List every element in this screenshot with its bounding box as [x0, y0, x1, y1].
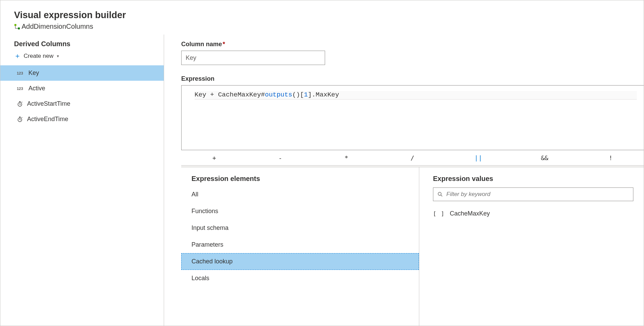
column-name-input[interactable] [181, 51, 325, 65]
derived-columns-list: 123Key123ActiveActiveStartTimeActiveEndT… [0, 65, 164, 127]
chevron-down-icon: ▾ [57, 54, 59, 58]
timer-icon [17, 116, 23, 122]
filter-input-wrapper[interactable] [433, 187, 633, 201]
svg-rect-5 [19, 101, 21, 102]
expression-element-item[interactable]: All [181, 186, 419, 203]
breadcrumb: AddDimensionColumns [14, 23, 630, 30]
derived-column-item[interactable]: 123Key [0, 65, 164, 81]
svg-rect-10 [19, 117, 21, 117]
expression-editor[interactable]: Key + CacheMaxKey#outputs()[1].MaxKey [181, 85, 644, 150]
expression-element-item[interactable]: Parameters [181, 236, 419, 253]
derived-column-label: ActiveStartTime [27, 100, 70, 107]
derived-column-item[interactable]: ActiveStartTime [0, 96, 164, 112]
derived-column-label: ActiveEndTime [27, 116, 68, 123]
expression-element-item[interactable]: Locals [181, 270, 419, 287]
operator-toolbar: +-*/||&&! [181, 150, 644, 165]
required-indicator: * [223, 41, 225, 48]
plus-icon: ＋ [14, 51, 21, 61]
svg-line-4 [20, 104, 21, 105]
derived-column-label: Active [28, 85, 45, 92]
operator-button[interactable]: && [511, 154, 578, 161]
expression-value-label: CacheMaxKey [450, 210, 490, 217]
expression-values-list: [ ]CacheMaxKey [433, 210, 633, 217]
operator-button[interactable]: / [380, 154, 446, 161]
expression-values-panel: Expression values [ ]CacheMaxKey [419, 167, 644, 326]
expression-value-item[interactable]: [ ]CacheMaxKey [433, 210, 633, 217]
filter-input[interactable] [446, 191, 629, 198]
svg-line-6 [22, 102, 22, 102]
svg-rect-1 [18, 27, 20, 29]
operator-button[interactable]: * [313, 154, 380, 161]
derived-columns-heading: Derived Columns [0, 37, 164, 49]
array-icon: [ ] [433, 210, 445, 217]
svg-line-13 [441, 195, 442, 196]
operator-button[interactable]: + [181, 154, 247, 161]
main-panel: Column name* Expression Key + CacheMaxKe… [164, 35, 644, 326]
header: Visual expression builder AddDimensionCo… [0, 0, 644, 35]
numeric-type-icon: 123 [17, 87, 24, 91]
numeric-type-icon: 123 [17, 71, 24, 75]
expression-element-item[interactable]: Functions [181, 203, 419, 220]
derived-column-item[interactable]: ActiveEndTime [0, 112, 164, 127]
derived-column-label: Key [28, 69, 39, 77]
search-icon [437, 192, 443, 197]
operator-button[interactable]: ! [578, 154, 644, 161]
operator-button[interactable]: || [445, 154, 511, 161]
svg-rect-0 [14, 24, 16, 26]
timer-icon [17, 101, 23, 107]
sidebar: Derived Columns ＋ Create new ▾ 123Key123… [0, 35, 164, 326]
expression-elements-list: AllFunctionsInput schemaParametersCached… [181, 186, 419, 287]
expression-elements-panel: Expression elements AllFunctionsInput sc… [181, 167, 419, 326]
page-title: Visual expression builder [14, 10, 630, 21]
expression-element-item[interactable]: Cached lookup [181, 253, 419, 270]
create-new-button[interactable]: ＋ Create new ▾ [0, 49, 164, 65]
dataflow-step-icon [14, 24, 20, 30]
derived-column-item[interactable]: 123Active [0, 81, 164, 96]
svg-point-12 [438, 192, 441, 195]
column-name-label: Column name* [181, 41, 644, 48]
operator-button[interactable]: - [247, 154, 313, 161]
step-name: AddDimensionColumns [22, 23, 93, 30]
svg-line-9 [20, 120, 21, 120]
expression-values-heading: Expression values [433, 175, 633, 183]
create-new-label: Create new [24, 53, 53, 60]
expression-label: Expression [181, 75, 644, 82]
expression-elements-heading: Expression elements [181, 175, 419, 186]
svg-line-11 [22, 117, 22, 118]
expression-element-item[interactable]: Input schema [181, 220, 419, 236]
